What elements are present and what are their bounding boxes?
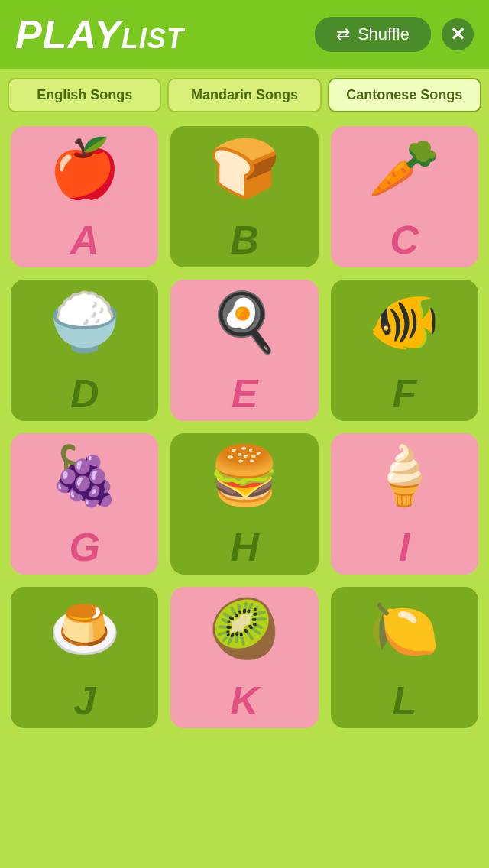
- card-b[interactable]: 🍞 B: [170, 126, 318, 267]
- tab-mandarin[interactable]: Mandarin Songs: [167, 78, 321, 112]
- app-title: PLAYLIST: [15, 11, 184, 57]
- card-letter-j: J: [73, 681, 96, 721]
- card-letter-a: A: [70, 220, 99, 260]
- song-grid: 🍎 A 🍞 B 🥕 C 🍚 D 🍳 E 🐠 F 🍇 G 🍔 H 🍦 I 🍮 J …: [0, 112, 489, 742]
- tab-cantonese[interactable]: Cantonese Songs: [328, 78, 481, 112]
- title-play: PLAY: [15, 12, 121, 57]
- food-emoji-h: 🍔: [209, 447, 280, 504]
- card-e[interactable]: 🍳 E: [170, 280, 318, 421]
- shuffle-button[interactable]: ⇄ Shuffle: [315, 17, 431, 52]
- tab-bar: English Songs Mandarin Songs Cantonese S…: [0, 69, 489, 112]
- card-letter-h: H: [230, 527, 259, 567]
- card-d[interactable]: 🍚 D: [11, 280, 158, 421]
- food-emoji-l: 🍋: [368, 601, 440, 658]
- card-letter-c: C: [390, 220, 419, 260]
- card-f[interactable]: 🐠 F: [331, 280, 478, 421]
- card-j[interactable]: 🍮 J: [11, 587, 158, 728]
- card-k[interactable]: 🥝 K: [170, 587, 318, 728]
- food-emoji-b: 🍞: [209, 140, 280, 197]
- card-a[interactable]: 🍎 A: [11, 126, 158, 267]
- food-emoji-i: 🍦: [368, 447, 440, 504]
- tab-english[interactable]: English Songs: [8, 78, 161, 112]
- food-emoji-e: 🍳: [209, 293, 280, 351]
- food-emoji-j: 🍮: [49, 601, 121, 658]
- card-letter-f: F: [392, 374, 416, 413]
- card-h[interactable]: 🍔 H: [170, 433, 318, 575]
- shuffle-icon: ⇄: [336, 24, 350, 44]
- close-icon: ✕: [450, 24, 465, 45]
- card-letter-d: D: [70, 374, 99, 413]
- food-emoji-d: 🍚: [49, 293, 121, 351]
- card-i[interactable]: 🍦 I: [331, 433, 478, 575]
- food-emoji-g: 🍇: [49, 447, 121, 504]
- food-emoji-k: 🥝: [209, 601, 280, 658]
- card-letter-b: B: [230, 220, 259, 260]
- food-emoji-a: 🍎: [49, 140, 121, 197]
- card-g[interactable]: 🍇 G: [11, 433, 158, 575]
- card-letter-g: G: [69, 527, 99, 567]
- card-letter-i: I: [399, 527, 410, 567]
- card-c[interactable]: 🥕 C: [331, 126, 478, 267]
- shuffle-label: Shuffle: [358, 24, 410, 44]
- card-l[interactable]: 🍋 L: [331, 587, 478, 728]
- card-letter-k: K: [230, 681, 259, 721]
- food-emoji-c: 🥕: [368, 140, 440, 197]
- app-header: PLAYLIST ⇄ Shuffle ✕: [0, 0, 489, 69]
- card-letter-l: L: [392, 681, 416, 721]
- card-letter-e: E: [232, 374, 258, 413]
- header-controls: ⇄ Shuffle ✕: [315, 17, 474, 52]
- close-button[interactable]: ✕: [442, 18, 474, 50]
- food-emoji-f: 🐠: [368, 293, 440, 351]
- title-list: LIST: [121, 23, 184, 54]
